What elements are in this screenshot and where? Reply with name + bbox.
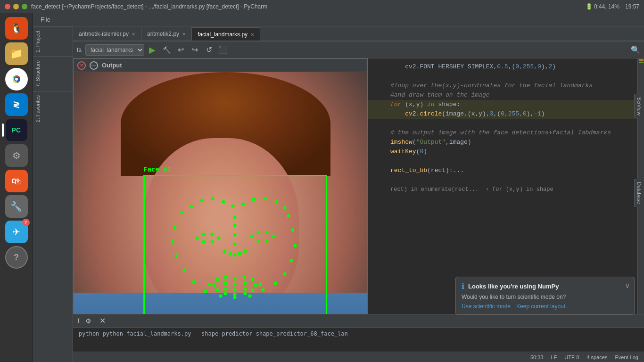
- landmark-11: [274, 282, 277, 285]
- landmark-44: [265, 231, 269, 234]
- panel-tab-project[interactable]: 1: Project: [33, 26, 73, 56]
- notification-body: Would you like to turn scientific mode o…: [462, 294, 628, 300]
- landmark-60: [213, 284, 216, 287]
- landmark-4: [183, 269, 186, 272]
- dock-telegram[interactable]: ✈ 7: [5, 221, 28, 243]
- minimize-button[interactable]: [13, 4, 19, 9]
- landmark-26: [283, 206, 287, 210]
- settings-button[interactable]: ⚙: [82, 315, 94, 327]
- search-button[interactable]: 🔍: [631, 45, 640, 54]
- landmark-34: [238, 252, 241, 255]
- tab-facial-landmarks[interactable]: facial_landmarks.py ✕: [192, 27, 260, 41]
- panel-tab-favorites[interactable]: 2: Favorites: [33, 91, 73, 126]
- menu-bar: File: [33, 13, 644, 26]
- database-tab[interactable]: Database: [634, 179, 644, 207]
- tab-aritmetik-islemler[interactable]: aritmetik-islemler.py ✕: [73, 27, 141, 41]
- bottom-panel: T ⚙ ✕ python python facial_landmarks.py …: [73, 314, 644, 352]
- dock-ubuntu[interactable]: 🐧: [5, 17, 28, 40]
- svg-point-3: [15, 78, 18, 81]
- tab-label: facial_landmarks.py: [198, 31, 248, 38]
- landmark-45: [272, 235, 275, 238]
- landmark-48: [208, 283, 211, 286]
- branch-select[interactable]: facial_landmarks: [85, 44, 144, 56]
- notification-title: Looks like you're using NumPy: [468, 283, 559, 290]
- event-log[interactable]: Event Log: [615, 354, 638, 360]
- code-editor[interactable]: cv2.FONT_HERSHEY_SIMPLEX,0.5,(0,255,0),2…: [368, 58, 637, 314]
- stop-button[interactable]: ⬛: [217, 44, 229, 56]
- run-button[interactable]: ▶: [146, 44, 158, 56]
- landmark-62: [233, 283, 237, 286]
- landmark-66: [233, 288, 237, 292]
- landmark-1: [173, 226, 177, 230]
- notification: ℹ Looks like you're using NumPy Would yo…: [455, 277, 635, 315]
- landmark-21: [231, 205, 235, 208]
- sciview-tab[interactable]: SciView: [634, 94, 644, 118]
- window-controls[interactable]: [5, 4, 27, 9]
- close-button[interactable]: [5, 4, 10, 9]
- code-line-comment2: #and draw them on the image: [368, 90, 637, 100]
- landmark-63: [244, 282, 247, 285]
- build-button[interactable]: 🔨: [160, 44, 173, 56]
- landmark-6: [204, 290, 207, 293]
- tab-close-aritmetik-islemler[interactable]: ✕: [132, 32, 135, 37]
- code-line-circle: cv2.circle(image,(x,y),3,(0,255,0),-1): [368, 109, 637, 119]
- battery-info: 🔋 0:44, 14%: [586, 3, 619, 10]
- landmark-8: [233, 296, 237, 299]
- landmark-22: [242, 203, 245, 206]
- menu-file[interactable]: File: [37, 15, 54, 24]
- encoding: UTF-8: [564, 354, 579, 360]
- telegram-badge: 7: [22, 219, 30, 226]
- landmark-43: [257, 231, 260, 234]
- notification-scroll[interactable]: ∨: [625, 281, 630, 290]
- dock-pycharm[interactable]: PC: [5, 119, 28, 141]
- dock-help[interactable]: ?: [5, 246, 28, 269]
- tab-close-aritmetik2[interactable]: ✕: [182, 32, 186, 37]
- content-area: aritmetik-islemler.py ✕ aritmetik2.py ✕ …: [73, 26, 644, 362]
- dock-store[interactable]: 🛍: [5, 170, 28, 192]
- code-line-imshow: imshow("Output",image): [368, 138, 637, 147]
- landmark-55: [251, 289, 255, 292]
- editor-split: ✕ — Output: [73, 58, 644, 314]
- notification-link-layout[interactable]: Keep current layout...: [516, 303, 570, 310]
- landmark-59: [216, 288, 219, 292]
- dock-wrench[interactable]: 🔧: [5, 195, 28, 218]
- code-line-1: cv2.FONT_HERSHEY_SIMPLEX,0.5,(0,255,0),2…: [368, 62, 637, 72]
- reload-button[interactable]: ↺: [203, 44, 215, 56]
- close-panel-button[interactable]: ✕: [96, 315, 108, 327]
- landmark-36: [196, 237, 199, 240]
- tab-aritmetik2[interactable]: aritmetik2.py ✕: [141, 27, 192, 41]
- tab-close-facial-landmarks[interactable]: ✕: [250, 32, 254, 37]
- output-minimize-button[interactable]: —: [90, 61, 98, 70]
- output-close-button[interactable]: ✕: [77, 61, 86, 70]
- face-label: Face #1: [143, 165, 171, 173]
- terminal-output: python python facial_landmarks.py --shap…: [73, 328, 644, 340]
- output-titlebar: ✕ — Output: [74, 59, 367, 72]
- code-line-blank4: [368, 175, 637, 185]
- dock-vscode[interactable]: ≷: [5, 93, 28, 116]
- code-line-blank3: [368, 156, 637, 166]
- back-button[interactable]: ↩: [174, 44, 187, 56]
- tab-label: aritmetik-islemler.py: [79, 31, 129, 37]
- notification-link-scientific[interactable]: Use scientific mode: [462, 303, 511, 310]
- info-icon: ℹ: [462, 282, 464, 291]
- landmark-30: [233, 243, 237, 246]
- code-line-rect: rect_to_bb(rect):...: [368, 166, 637, 175]
- dock-tools[interactable]: ⚙: [5, 144, 28, 167]
- landmark-24: [264, 197, 267, 200]
- landmark-50: [224, 276, 227, 279]
- panel-tab-structure[interactable]: 7: Structure: [33, 56, 73, 91]
- landmark-7: [219, 295, 223, 298]
- code-line-blank2: [368, 119, 637, 128]
- forward-button[interactable]: ↪: [189, 44, 201, 56]
- landmark-14: [294, 244, 297, 247]
- dock-files[interactable]: 📁: [5, 42, 28, 65]
- dock-chrome[interactable]: [5, 68, 28, 90]
- clock: 19:57: [625, 3, 639, 10]
- command-prefix: python: [79, 330, 103, 337]
- ide-container: File 1: Project 7: Structure 2: Favorite…: [33, 13, 644, 362]
- maximize-button[interactable]: [22, 4, 27, 9]
- landmark-3: [175, 255, 178, 258]
- landmark-56: [244, 292, 247, 296]
- landmark-18: [200, 199, 204, 202]
- code-line-breadcrumb: rect) in enumerate(rect... › for (x,y) i…: [368, 185, 637, 194]
